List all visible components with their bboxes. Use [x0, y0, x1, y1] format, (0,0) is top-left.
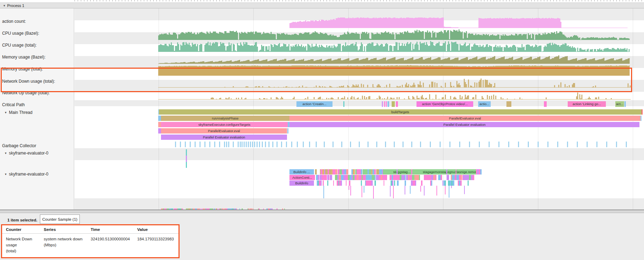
- gc-tick[interactable]: [233, 142, 234, 147]
- trace-slice[interactable]: [394, 180, 395, 186]
- trace-slice[interactable]: [364, 186, 364, 193]
- main-thread-slice[interactable]: [642, 109, 643, 115]
- critical-path-slice[interactable]: action 'GenObjcProtos video/...: [416, 101, 473, 107]
- trace-slice[interactable]: [349, 180, 350, 186]
- trace-slice[interactable]: [424, 186, 425, 196]
- trace-slice[interactable]: [405, 180, 406, 186]
- gc-tick[interactable]: [606, 142, 607, 147]
- main-thread-slice[interactable]: ParallelEvaluator.eval: [289, 116, 640, 121]
- critical-path-slice[interactable]: actio...: [478, 101, 491, 107]
- critical-path-slice[interactable]: action 'Creatin...: [296, 101, 332, 107]
- sidebar-item-memory-usage-total[interactable]: Memory usage (total):: [0, 66, 76, 72]
- gc-tick[interactable]: [376, 142, 377, 147]
- evaluator-slice[interactable]: staggstag...: [381, 169, 423, 175]
- gc-tick[interactable]: [175, 142, 176, 147]
- gc-tick[interactable]: [538, 142, 539, 147]
- gc-tick[interactable]: [240, 142, 241, 147]
- gc-tick[interactable]: [259, 142, 260, 147]
- gc-tick[interactable]: [420, 142, 421, 147]
- gc-tick[interactable]: [498, 142, 499, 147]
- gc-tick[interactable]: [359, 142, 360, 147]
- gc-tick[interactable]: [195, 142, 196, 147]
- trace-slice[interactable]: [438, 175, 441, 180]
- counter-chart-memory-usage-total[interactable]: [158, 65, 630, 76]
- gc-tick[interactable]: [368, 142, 369, 147]
- gc-tick[interactable]: [567, 142, 568, 147]
- critical-path-slice[interactable]: [382, 101, 383, 107]
- trace-slice[interactable]: [449, 186, 449, 198]
- gc-tick[interactable]: [272, 142, 273, 147]
- trace-slice[interactable]: [323, 186, 324, 198]
- gc-tick[interactable]: [228, 142, 229, 147]
- gc-tick[interactable]: [430, 142, 431, 147]
- trace-slice[interactable]: [460, 180, 462, 186]
- trace-slice[interactable]: [374, 169, 376, 175]
- trace-slice[interactable]: [376, 175, 379, 180]
- trace-slice[interactable]: [412, 175, 414, 180]
- gc-tick[interactable]: [508, 142, 509, 147]
- trace-slice[interactable]: [341, 175, 343, 180]
- critical-path-slice[interactable]: [386, 101, 387, 107]
- trace-slice[interactable]: [333, 180, 334, 186]
- gc-tick[interactable]: [180, 142, 181, 147]
- main-thread-slice[interactable]: Parallel Evaluator evaluation: [161, 135, 287, 140]
- trace-slice[interactable]: [340, 169, 342, 175]
- trace-slice[interactable]: [341, 180, 342, 186]
- trace-slice[interactable]: [410, 186, 411, 194]
- trace-slice[interactable]: [393, 175, 396, 180]
- gc-tick[interactable]: [226, 142, 227, 147]
- gc-tick[interactable]: [587, 142, 588, 147]
- trace-slice[interactable]: [382, 175, 385, 180]
- trace-slice[interactable]: [397, 180, 399, 186]
- gc-tick[interactable]: [204, 142, 205, 147]
- column-header-counter[interactable]: Counter: [2, 227, 44, 232]
- gc-tick[interactable]: [489, 142, 490, 147]
- main-thread-slice[interactable]: [640, 116, 642, 121]
- sidebar-item-cpu-usage-total[interactable]: CPU usage (total):: [0, 42, 76, 48]
- trace-slice[interactable]: [453, 180, 454, 186]
- gc-tick[interactable]: [268, 142, 270, 147]
- trace-slice[interactable]: [385, 175, 387, 180]
- sidebar-item-cpu-usage-bazel[interactable]: CPU usage (Bazel):: [0, 30, 76, 36]
- trace-slice[interactable]: [358, 175, 362, 180]
- trace-slice[interactable]: [409, 175, 412, 180]
- trace-slice[interactable]: [322, 175, 324, 180]
- trace-slice[interactable]: [452, 175, 455, 180]
- trace-slice[interactable]: [464, 175, 467, 180]
- gc-tick[interactable]: [547, 142, 548, 147]
- gc-tick[interactable]: [459, 142, 460, 147]
- trace-slice[interactable]: [464, 186, 465, 194]
- column-header-time[interactable]: Time: [91, 227, 137, 232]
- trace-slice[interactable]: [420, 186, 421, 192]
- sidebar-item-main-thread[interactable]: ▾Main Thread: [0, 110, 78, 115]
- gc-tick[interactable]: [411, 142, 412, 147]
- critical-path-slice[interactable]: [396, 101, 398, 107]
- trace-slice[interactable]: [329, 175, 329, 180]
- tab-counter-sample[interactable]: Counter Sample (1): [40, 214, 80, 224]
- gc-tick[interactable]: [248, 142, 249, 147]
- trace-slice[interactable]: [426, 175, 428, 180]
- critical-path-slice[interactable]: [343, 101, 344, 107]
- sidebar-item-skyframe-evaluator-0[interactable]: ▾skyframe-evaluator-0: [0, 150, 78, 156]
- gc-tick[interactable]: [528, 142, 529, 147]
- trace-slice[interactable]: [451, 186, 452, 188]
- trace-slice[interactable]: [456, 169, 456, 175]
- gc-tick[interactable]: [309, 142, 310, 147]
- gc-tick[interactable]: [254, 142, 255, 147]
- sidebar-item-action-count[interactable]: action count:: [0, 19, 76, 24]
- main-thread-slice[interactable]: [287, 128, 288, 134]
- trace-slice[interactable]: [445, 180, 446, 186]
- evaluator-slice[interactable]: BuildInfo ...: [289, 169, 314, 175]
- main-thread-slice[interactable]: [158, 116, 161, 121]
- sidebar-item-critical-path[interactable]: Critical Path: [0, 102, 76, 108]
- gc-tick[interactable]: [238, 142, 239, 147]
- trace-slice[interactable]: [372, 175, 374, 180]
- trace-slice[interactable]: [445, 186, 446, 194]
- trace-slice[interactable]: [431, 180, 432, 186]
- sidebar-item-network-down-usage-total[interactable]: Network Down usage (total):: [0, 78, 76, 84]
- gc-tick[interactable]: [224, 142, 225, 147]
- trace-slice[interactable]: [376, 169, 379, 175]
- trace-slice[interactable]: [472, 175, 474, 180]
- gc-tick[interactable]: [262, 142, 263, 147]
- sidebar-item-skyframe-evaluator-0[interactable]: ▾skyframe-evaluator-0: [0, 171, 78, 177]
